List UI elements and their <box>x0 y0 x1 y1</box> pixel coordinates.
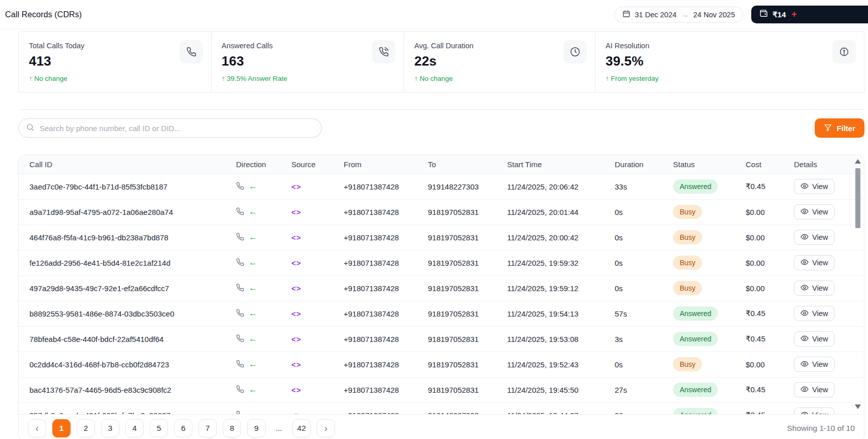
call-id-cell: 497a29d8-9435-49c7-92e1-ef2a66cdfcc7 <box>29 284 236 293</box>
page-number-button[interactable]: 8 <box>223 419 241 437</box>
duration-cell: 0s <box>615 208 673 216</box>
page-number-button[interactable]: 1 <box>52 419 71 437</box>
source-cell: <> <box>291 233 344 242</box>
from-cell: +918071387428 <box>344 386 428 394</box>
prev-page-button[interactable]: ‹ <box>28 419 46 437</box>
arrow-left-inbound-icon: ← <box>249 410 257 414</box>
col-to: To <box>428 160 507 169</box>
call-id-cell: a9a71d98-95af-4795-a072-1a06ae280a74 <box>29 208 236 216</box>
view-button[interactable]: View <box>794 280 834 296</box>
status-badge: Answered <box>673 408 718 414</box>
col-direction: Direction <box>236 160 291 169</box>
source-cell: <> <box>291 309 344 318</box>
source-cell: <> <box>291 335 344 343</box>
add-funds-button[interactable]: + <box>791 9 797 20</box>
page-number-button[interactable]: 3 <box>101 419 119 437</box>
search-box[interactable] <box>18 118 322 138</box>
scroll-down-icon[interactable] <box>855 404 861 409</box>
phone-icon <box>236 258 244 268</box>
status-cell: Busy <box>673 205 746 219</box>
arrow-left-inbound-icon: ← <box>249 385 257 395</box>
details-cell: View <box>794 255 864 270</box>
page-number-button[interactable]: 6 <box>174 419 192 437</box>
phone-icon <box>236 309 244 319</box>
date-range-start: 31 Dec 2024 <box>635 11 677 19</box>
view-label: View <box>812 360 828 368</box>
view-button[interactable]: View <box>794 382 834 397</box>
view-button[interactable]: View <box>794 357 834 372</box>
cost-cell: $0.00 <box>746 259 794 267</box>
phone-icon <box>236 334 244 344</box>
from-cell: +918071387428 <box>344 182 428 191</box>
page-number-button[interactable]: ... <box>272 419 286 437</box>
stat-label: Total Calls Today <box>29 42 201 50</box>
details-cell: View <box>794 382 864 397</box>
view-button[interactable]: View <box>794 306 834 321</box>
page-number-button[interactable]: 9 <box>247 419 265 437</box>
wallet-balance-button[interactable]: ₹14 + <box>751 6 868 23</box>
arrow-left-inbound-icon: ← <box>249 308 257 319</box>
view-button[interactable]: View <box>794 230 834 245</box>
direction-cell: ← <box>236 283 291 293</box>
view-button[interactable]: View <box>794 331 834 347</box>
scroll-up-icon[interactable] <box>855 159 861 164</box>
status-cell: Answered <box>673 408 746 414</box>
call-id-cell: 78bfeab4-c58e-440f-bdcf-22af5410df64 <box>29 335 236 343</box>
table-scrollbar[interactable] <box>855 158 861 410</box>
page-number-button[interactable]: 2 <box>77 419 95 437</box>
phone-icon <box>236 207 244 217</box>
direction-cell: ← <box>236 232 291 242</box>
next-page-button[interactable]: › <box>317 419 335 437</box>
page-number-list: 1 2 3 4 5 6 7 8 <box>52 419 311 437</box>
call-id-cell: 464f76a8-f5fa-41c9-b961-db238a7bd878 <box>29 233 236 242</box>
status-badge: Answered <box>673 179 718 194</box>
view-button[interactable]: View <box>794 407 834 414</box>
eye-icon <box>800 360 809 369</box>
filter-button[interactable]: Filter <box>815 118 864 138</box>
duration-cell: 0s <box>615 360 673 369</box>
from-cell: +918071387428 <box>344 208 428 216</box>
status-badge: Busy <box>673 281 702 295</box>
eye-icon <box>800 207 809 217</box>
scrollbar-thumb[interactable] <box>855 168 860 228</box>
wallet-balance: ₹14 <box>773 10 786 19</box>
status-badge: Answered <box>673 306 718 321</box>
table-row: 3aed7c0e-79bc-44f1-b71d-85f53fcb8187 ← <… <box>19 174 864 200</box>
wallet-icon <box>759 9 768 20</box>
view-button[interactable]: View <box>794 255 834 270</box>
status-cell: Answered <box>673 383 746 397</box>
table-header-row: Call ID Direction Source From To Start T… <box>19 155 864 174</box>
start-time-cell: 11/24/2025, 19:53:08 <box>507 335 615 343</box>
page-number-button[interactable]: 7 <box>198 419 217 437</box>
eye-icon <box>800 385 809 395</box>
table-row: b8892553-9581-486e-8874-03dbc3503ce0 ← <… <box>19 301 864 327</box>
start-time-cell: 11/24/2025, 19:59:12 <box>507 284 615 293</box>
start-time-cell: 11/24/2025, 19:45:50 <box>507 386 615 394</box>
search-input[interactable] <box>40 124 314 133</box>
to-cell: 918197052831 <box>428 208 507 216</box>
stat-card-avg-duration: Avg. Call Duration 22s ↑ No change <box>404 32 595 92</box>
view-label: View <box>812 386 828 394</box>
arrow-left-inbound-icon: ← <box>249 207 257 217</box>
table-row: a9a71d98-95af-4795-a072-1a06ae280a74 ← <… <box>19 200 864 225</box>
start-time-cell: 11/24/2025, 19:59:32 <box>507 259 615 267</box>
arrow-left-inbound-icon: ← <box>249 283 257 293</box>
page-number-button[interactable]: 42 <box>292 419 311 437</box>
view-label: View <box>812 259 828 267</box>
filter-label: Filter <box>837 124 855 133</box>
status-badge: Busy <box>673 205 702 219</box>
stat-change: ↑ 39.5% Answer Rate <box>222 75 394 82</box>
direction-cell: ← <box>236 385 291 395</box>
direction-cell: ← <box>236 410 291 414</box>
page-number-button[interactable]: 5 <box>150 419 168 437</box>
duration-cell: 27s <box>615 386 673 394</box>
eye-icon <box>800 182 809 192</box>
details-cell: View <box>794 204 864 220</box>
date-range-picker[interactable]: 31 Dec 2024 → 24 Nov 2025 <box>614 7 743 23</box>
view-button[interactable]: View <box>794 204 834 220</box>
page-number-button[interactable]: 4 <box>125 419 144 437</box>
status-cell: Busy <box>673 256 746 270</box>
status-badge: Busy <box>673 357 702 371</box>
eye-icon <box>800 411 809 414</box>
view-button[interactable]: View <box>794 179 834 194</box>
